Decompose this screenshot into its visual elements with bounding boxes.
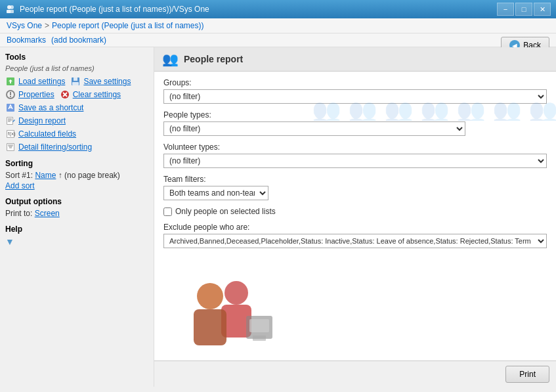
- help-arrow-icon: ▼: [5, 236, 148, 247]
- report-header: 👥 People report: [154, 47, 556, 72]
- maximize-button[interactable]: □: [515, 3, 532, 16]
- bookmarks-link[interactable]: Bookmarks: [7, 35, 46, 45]
- volunteer-types-label: Volunteer types:: [163, 142, 547, 152]
- window-controls: − □ ✕: [497, 3, 551, 16]
- svg-point-32: [197, 283, 223, 309]
- output-title: Output options: [5, 197, 148, 206]
- title-bar-left: People report (People (just a list of na…: [5, 4, 209, 14]
- tools-subtitle: People (just a list of names): [5, 64, 148, 72]
- properties-icon: [5, 89, 16, 100]
- svg-rect-35: [249, 319, 269, 332]
- bottom-bar: Print: [154, 360, 556, 387]
- sort1-label: Sort #1:: [5, 171, 33, 180]
- sidebar: Tools People (just a list of names) Load…: [0, 47, 154, 387]
- report-title: People report: [184, 54, 243, 64]
- svg-rect-36: [253, 336, 266, 341]
- exclude-group: Exclude people who are: Archived,Banned,…: [163, 223, 547, 248]
- close-button[interactable]: ✕: [534, 3, 551, 16]
- print-to-label: Print to:: [5, 209, 32, 218]
- design-report-row: Design report: [5, 116, 148, 126]
- exclude-select[interactable]: Archived,Banned,Deceased,Placeholder,Sta…: [163, 234, 547, 248]
- properties-link[interactable]: Properties: [18, 90, 54, 99]
- save-settings-icon: [70, 76, 81, 87]
- detail-filtering-icon: [5, 142, 16, 152]
- report-header-icon: 👥: [162, 51, 179, 67]
- title-bar: People report (People (just a list of na…: [0, 0, 556, 18]
- clear-settings-icon: [60, 89, 70, 100]
- add-bookmark-link[interactable]: (add bookmark): [51, 35, 106, 45]
- svg-point-30: [225, 281, 248, 305]
- save-settings-link[interactable]: Save settings: [83, 77, 131, 86]
- groups-label: Groups:: [163, 78, 547, 87]
- only-selected-lists-row: Only people on selected lists: [163, 207, 547, 216]
- main-content: Tools People (just a list of names) Load…: [0, 47, 556, 387]
- bookmark-bar: Bookmarks (add bookmark) ◀ Back: [0, 33, 556, 47]
- svg-rect-33: [194, 309, 226, 345]
- minimize-button[interactable]: −: [497, 3, 514, 16]
- screen-link[interactable]: Screen: [35, 209, 60, 218]
- calc-fields-icon: f(x): [5, 129, 16, 139]
- save-shortcut-link[interactable]: Save as a shortcut: [18, 103, 83, 112]
- people-illustration: [174, 280, 279, 357]
- save-shortcut-row: Save as a shortcut: [5, 102, 148, 113]
- window-title: People report (People (just a list of na…: [20, 5, 209, 14]
- design-report-icon: [5, 116, 16, 126]
- breadcrumb-separator: >: [45, 21, 49, 30]
- output-section: Output options Print to: Screen: [5, 197, 148, 218]
- svg-point-1: [10, 5, 14, 9]
- svg-rect-10: [10, 92, 11, 95]
- detail-filtering-link[interactable]: Detail filtering/sorting: [18, 142, 92, 152]
- team-filters-label: Team filters:: [163, 175, 547, 184]
- people-types-select[interactable]: (no filter): [163, 121, 465, 136]
- save-shortcut-icon: [5, 102, 16, 113]
- load-settings-link[interactable]: Load settings: [18, 77, 65, 86]
- only-selected-lists-label[interactable]: Only people on selected lists: [175, 207, 276, 216]
- help-title: Help: [5, 225, 148, 234]
- load-settings-icon: [5, 76, 16, 87]
- sorting-title: Sorting: [5, 159, 148, 168]
- load-save-row: Load settings Save settings: [5, 76, 148, 87]
- groups-group: Groups: (no filter): [163, 78, 547, 104]
- sort1-order: ↑: [58, 171, 62, 180]
- volunteer-types-group: Volunteer types: (no filter): [163, 142, 547, 168]
- calc-fields-link[interactable]: Calculated fields: [18, 129, 76, 139]
- svg-rect-7: [74, 77, 77, 81]
- calc-fields-row: f(x) Calculated fields: [5, 129, 148, 139]
- exclude-label: Exclude people who are:: [163, 223, 547, 232]
- svg-rect-3: [10, 10, 14, 13]
- sort1-extra: (no page break): [64, 171, 120, 180]
- add-sort-link[interactable]: Add sort: [5, 181, 35, 190]
- watermark: 👥 👥 👥 👥 👥 👥 👥 👥: [312, 101, 556, 121]
- sort1-field[interactable]: Name: [35, 171, 56, 180]
- svg-text:f(x): f(x): [8, 131, 16, 137]
- svg-rect-8: [72, 82, 79, 85]
- team-filters-select[interactable]: Both teams and non-teams: [163, 186, 268, 200]
- help-section: Help ▼: [5, 225, 148, 247]
- print-to-line: Print to: Screen: [5, 209, 148, 218]
- breadcrumb-current[interactable]: People report (People (just a list of na…: [52, 21, 203, 30]
- breadcrumb: VSys One > People report (People (just a…: [0, 18, 556, 33]
- svg-rect-11: [10, 96, 11, 97]
- app-icon: [5, 4, 16, 14]
- sort1-line: Sort #1: Name ↑ (no page break): [5, 171, 148, 180]
- only-selected-lists-checkbox[interactable]: [163, 207, 172, 216]
- volunteer-types-select[interactable]: (no filter): [163, 154, 547, 168]
- clear-settings-link[interactable]: Clear settings: [73, 90, 121, 99]
- breadcrumb-root[interactable]: VSys One: [7, 21, 42, 30]
- main-panel: 👥 👥 👥 👥 👥 👥 👥 👥 👥 People report Groups: …: [154, 47, 556, 387]
- team-filters-group: Team filters: Both teams and non-teams: [163, 175, 547, 200]
- print-button[interactable]: Print: [505, 366, 549, 383]
- tools-title: Tools: [5, 53, 148, 62]
- design-report-link[interactable]: Design report: [18, 116, 66, 125]
- sorting-section: Sorting Sort #1: Name ↑ (no page break) …: [5, 159, 148, 190]
- properties-clear-row: Properties Clear settings: [5, 89, 148, 100]
- detail-filtering-row: Detail filtering/sorting: [5, 142, 148, 152]
